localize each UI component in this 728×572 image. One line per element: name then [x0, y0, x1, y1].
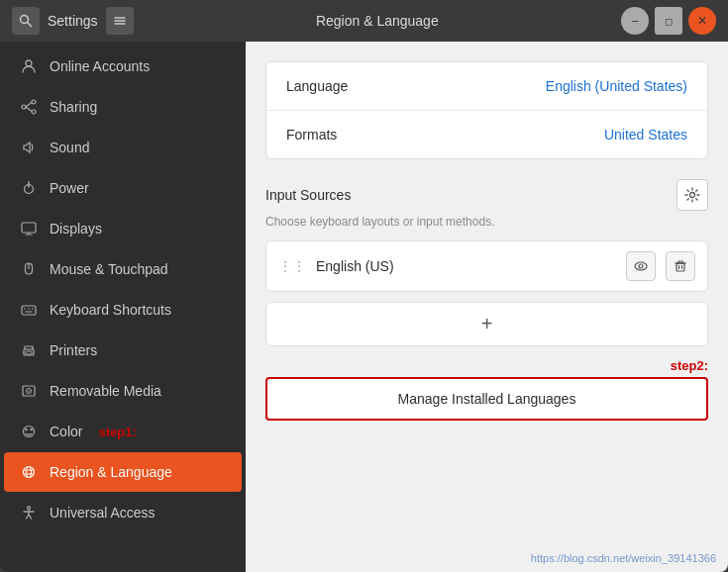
power-icon [20, 179, 38, 197]
svg-point-41 [635, 262, 647, 270]
step2-label: step2: [265, 358, 708, 373]
svg-point-42 [639, 264, 643, 268]
sidebar-item-sharing[interactable]: Sharing [4, 87, 242, 127]
sharing-icon [20, 98, 38, 116]
svg-line-10 [26, 107, 32, 112]
input-sources-subtitle: Choose keyboard layouts or input methods… [265, 215, 708, 229]
remove-input-source-button[interactable] [666, 251, 695, 281]
main-panel: Language English (United States) Formats… [246, 42, 728, 572]
sidebar-item-label: Color [50, 424, 82, 439]
titlebar-left: Settings [12, 7, 134, 35]
language-row: Language English (United States) [266, 62, 707, 111]
input-sources-title: Input Sources [265, 187, 351, 203]
sidebar-item-universal-access[interactable]: Universal Access [4, 493, 242, 532]
svg-point-29 [25, 429, 27, 430]
svg-rect-24 [26, 351, 32, 354]
svg-point-5 [26, 60, 32, 66]
main-content: Online Accounts Sharing [0, 42, 728, 572]
formats-label: Formats [286, 127, 337, 143]
svg-point-40 [690, 193, 695, 198]
svg-line-1 [28, 23, 32, 27]
sidebar-item-label: Keyboard Shortcuts [50, 302, 171, 318]
sidebar-item-label: Removable Media [50, 383, 161, 399]
plus-icon: + [481, 313, 493, 335]
settings-window: Settings Region & Language – ◻ ✕ [0, 0, 728, 572]
color-icon [20, 423, 38, 440]
sidebar: Online Accounts Sharing [0, 42, 246, 572]
drag-handle-icon: ⋮⋮ [278, 258, 306, 274]
add-input-source-button[interactable]: + [265, 302, 708, 346]
svg-rect-43 [676, 263, 684, 271]
keyboard-icon [20, 301, 38, 319]
close-button[interactable]: ✕ [688, 7, 716, 35]
titlebar-controls: – ◻ ✕ [621, 7, 716, 35]
sidebar-item-sound[interactable]: Sound [4, 128, 242, 167]
sidebar-item-keyboard-shortcuts[interactable]: Keyboard Shortcuts [4, 290, 242, 330]
input-sources-header: Input Sources [265, 179, 708, 211]
sidebar-item-label: Region & Language [50, 464, 172, 480]
watermark: https://blog.csdn.net/weixin_39141366 [531, 552, 716, 564]
input-source-row: ⋮⋮ English (US) [266, 241, 707, 291]
sidebar-item-label: Power [50, 180, 89, 196]
sidebar-item-label: Sharing [50, 99, 97, 115]
sidebar-item-label: Universal Access [50, 505, 156, 521]
svg-point-27 [28, 390, 30, 392]
sidebar-item-online-accounts[interactable]: Online Accounts [4, 47, 242, 86]
formats-row: Formats United States [266, 111, 707, 158]
svg-point-32 [27, 467, 32, 478]
sidebar-item-power[interactable]: Power [4, 168, 242, 208]
preview-input-source-button[interactable] [626, 251, 656, 281]
svg-line-9 [26, 103, 32, 108]
language-label: Language [286, 78, 348, 94]
sound-icon [20, 139, 38, 156]
search-button[interactable] [12, 7, 40, 35]
mouse-touchpad-icon [20, 260, 38, 278]
sidebar-item-region-language[interactable]: Region & Language [4, 452, 242, 492]
maximize-button[interactable]: ◻ [655, 7, 682, 35]
minimize-button[interactable]: – [621, 7, 649, 35]
sidebar-item-displays[interactable]: Displays [4, 209, 242, 248]
svg-line-39 [29, 515, 32, 519]
svg-point-30 [30, 429, 32, 430]
region-language-icon [20, 463, 38, 481]
svg-rect-18 [22, 306, 36, 315]
svg-point-35 [28, 507, 31, 510]
sidebar-item-printers[interactable]: Printers [4, 331, 242, 370]
titlebar: Settings Region & Language – ◻ ✕ [0, 0, 728, 42]
sidebar-item-label: Displays [50, 221, 102, 237]
input-sources-settings-button[interactable] [676, 179, 708, 211]
universal-access-icon [20, 504, 38, 522]
input-source-card: ⋮⋮ English (US) [265, 240, 708, 292]
sidebar-item-label: Online Accounts [50, 58, 150, 74]
manage-installed-languages-button[interactable]: Manage Installed Languages [265, 377, 708, 421]
sidebar-item-mouse-touchpad[interactable]: Mouse & Touchpad [4, 249, 242, 289]
printers-icon [20, 341, 38, 359]
input-source-name: English (US) [316, 258, 616, 274]
language-value: English (United States) [546, 78, 687, 94]
app-name: Settings [48, 13, 98, 29]
language-formats-card: Language English (United States) Formats… [265, 61, 708, 159]
sidebar-item-label: Sound [50, 140, 89, 155]
displays-icon [20, 220, 38, 238]
svg-point-8 [22, 105, 26, 109]
formats-value: United States [604, 127, 687, 143]
step1-label: step1: [98, 425, 136, 439]
online-accounts-icon [20, 57, 38, 75]
svg-rect-13 [22, 223, 36, 233]
window-title: Region & Language [134, 13, 621, 29]
sidebar-item-color[interactable]: Color step1: [4, 412, 242, 451]
svg-point-6 [32, 100, 36, 104]
svg-point-7 [32, 110, 36, 114]
menu-button[interactable] [106, 7, 134, 35]
sidebar-item-label: Mouse & Touchpad [50, 261, 168, 277]
removable-media-icon [20, 382, 38, 400]
sidebar-item-removable-media[interactable]: Removable Media [4, 371, 242, 411]
svg-point-31 [24, 467, 35, 478]
sidebar-item-label: Printers [50, 342, 97, 358]
